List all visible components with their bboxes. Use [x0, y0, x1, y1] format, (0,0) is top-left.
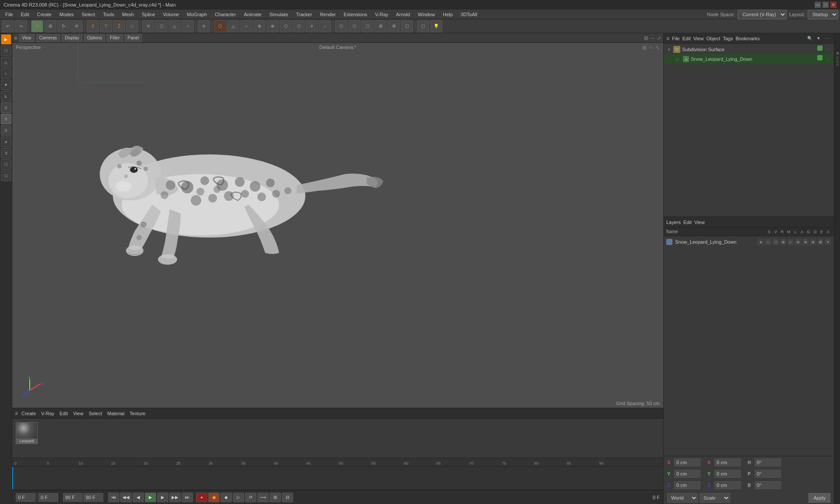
viewport-menu-filter[interactable]: Filter	[107, 34, 122, 42]
menu-mograph[interactable]: MoGraph	[183, 11, 210, 18]
path-btn[interactable]: ▷	[233, 493, 244, 502]
layer-extra1-icon[interactable]: ⊗	[802, 239, 808, 245]
coord-z-pos[interactable]	[674, 481, 700, 489]
preview-end-input[interactable]	[63, 493, 83, 502]
menu-animate[interactable]: Animate	[240, 11, 265, 18]
next-frame-btn[interactable]: ▶	[157, 493, 168, 502]
menu-modes[interactable]: Modes	[56, 11, 77, 18]
geo-tool-4[interactable]: ⊕	[253, 20, 266, 32]
viewport[interactable]: Perspective Default Camera:* Grid Spacin…	[12, 43, 663, 408]
geo-tool-7[interactable]: ⬡	[293, 20, 305, 32]
menu-window[interactable]: Window	[414, 11, 438, 18]
record-btn[interactable]: ●	[196, 493, 207, 502]
grid-tool-2[interactable]: ⬡	[1, 171, 11, 181]
z-axis-btn[interactable]: Z	[113, 20, 125, 32]
tl-menu-material[interactable]: Material	[105, 410, 126, 417]
playhead[interactable]	[12, 467, 13, 490]
coord-p-val[interactable]	[755, 470, 781, 478]
motion-path-btn[interactable]: ⟿	[257, 493, 269, 502]
menu-3dtoall[interactable]: 3DToAll	[457, 11, 481, 18]
tl-menu-texture[interactable]: Texture	[128, 410, 147, 417]
menu-vray[interactable]: V-Ray	[371, 11, 392, 18]
geo-tool-9[interactable]: ⌿	[319, 20, 331, 32]
scale-mode-select[interactable]: Scale	[700, 493, 730, 503]
layer-item-leopard[interactable]: Snow_Leopard_Lying_Down ● □ ⬡ ⊞ ▷ ⊛ ⊗ ⊕ …	[665, 237, 833, 247]
coord-x2-pos[interactable]	[714, 458, 741, 466]
loop-btn[interactable]: ⟳	[245, 493, 256, 502]
layout-select[interactable]: Startup	[808, 10, 838, 19]
coord-h-val[interactable]	[755, 458, 781, 466]
menu-mesh[interactable]: Mesh	[119, 11, 137, 18]
viewport-menu-cameras[interactable]: Cameras	[36, 34, 60, 42]
time-tool[interactable]: ⧖	[1, 148, 11, 158]
viewport-menu-panel[interactable]: Panel	[125, 34, 142, 42]
menu-extensions[interactable]: Extensions	[340, 11, 371, 18]
menu-simulate[interactable]: Simulate	[266, 11, 292, 18]
menu-create[interactable]: Create	[34, 11, 55, 18]
layer-extra4-icon[interactable]: ✕	[825, 239, 831, 245]
render-settings[interactable]: ⬡	[401, 20, 413, 32]
menu-spline[interactable]: Spline	[138, 11, 159, 18]
layers-menu-edit[interactable]: Edit	[683, 220, 692, 225]
vp-icon-1[interactable]: ⊞	[642, 45, 647, 51]
menu-render[interactable]: Render	[316, 11, 339, 18]
viewport-icon-1[interactable]: ⊞	[644, 35, 648, 41]
s-tool-3[interactable]: S	[1, 125, 11, 136]
camera-tool[interactable]: ⬡	[335, 20, 347, 32]
om-settings-icon[interactable]: ⋯	[823, 35, 831, 42]
coord-mode-select[interactable]: World Object	[667, 493, 698, 503]
leopard-vis-green[interactable]	[817, 55, 822, 60]
viewport-icon-2[interactable]: ↔	[650, 35, 655, 41]
go-start-btn[interactable]: ⏮	[108, 493, 119, 502]
current-frame-input[interactable]	[16, 493, 35, 502]
layer-xref-icon[interactable]: ⊛	[795, 239, 801, 245]
coord-z2-pos[interactable]	[714, 481, 741, 489]
menu-character[interactable]: Character	[211, 11, 239, 18]
go-end-btn[interactable]: ⏭	[182, 493, 193, 502]
transform-tool[interactable]: ⟳	[70, 20, 83, 32]
undo-button[interactable]: ↩	[2, 20, 14, 32]
light-bulb[interactable]: 💡	[430, 20, 442, 32]
rotate-tool[interactable]: ↻	[57, 20, 70, 32]
extra-btn-1[interactable]: ⊞	[270, 493, 281, 502]
geo-tool-2[interactable]: △	[227, 20, 239, 32]
subdiv-dots[interactable]: ⋯	[823, 46, 831, 53]
om-menu-object[interactable]: Object	[706, 36, 720, 41]
close-button[interactable]: ✕	[830, 2, 836, 8]
menu-volume[interactable]: Volume	[160, 11, 183, 18]
side-arrow-down[interactable]: SAFE	[835, 56, 840, 66]
move-tool[interactable]: ✛	[31, 20, 43, 32]
layer-gen-icon[interactable]: ⊞	[780, 239, 786, 245]
poly-btn[interactable]: △	[1, 57, 11, 67]
viewport-menu-options[interactable]: Options	[84, 34, 105, 42]
layer-deform-icon[interactable]: ▷	[788, 239, 794, 245]
redo-button[interactable]: ↪	[15, 20, 27, 32]
select-model[interactable]: ⬡	[155, 20, 168, 32]
layer-anim-icon[interactable]: ⬡	[773, 239, 779, 245]
material-swatch-leopard[interactable]: Leopard	[16, 422, 38, 444]
light-tool[interactable]: ⬡	[348, 20, 360, 32]
keyframe-btn[interactable]: ◆	[220, 493, 232, 502]
vp-icon-2[interactable]: ↔	[648, 45, 654, 51]
circle-tool[interactable]: ⌀	[1, 136, 11, 147]
viewport-menu-display[interactable]: Display	[62, 34, 82, 42]
select-texture[interactable]: ○	[182, 20, 194, 32]
tl-menu-vray[interactable]: V-Ray	[39, 410, 56, 417]
minimize-button[interactable]: —	[815, 2, 821, 8]
tl-menu-create[interactable]: Create	[20, 410, 38, 417]
select-edit[interactable]: △	[168, 20, 181, 32]
scale-tool[interactable]: ⊞	[44, 20, 56, 32]
layer-render-icon[interactable]: □	[765, 239, 771, 245]
subdiv-visibility-green[interactable]	[817, 46, 822, 51]
om-menu-edit[interactable]: Edit	[682, 36, 691, 41]
tree-item-subdivision[interactable]: ▾ ⬡ Subdivision Surface ⋯	[665, 45, 833, 54]
maximize-button[interactable]: □	[822, 2, 829, 8]
grid-tool-1[interactable]: ⬡	[1, 159, 11, 170]
side-arrow-up[interactable]: ◀	[836, 51, 839, 55]
tl-menu-select[interactable]: Select	[87, 410, 104, 417]
expand-leopard[interactable]: ▷	[675, 56, 680, 62]
layer-extra3-icon[interactable]: ⊠	[817, 239, 823, 245]
coord-x-pos[interactable]	[674, 458, 700, 466]
render-view[interactable]: ⊞	[374, 20, 387, 32]
apply-button[interactable]: Apply	[808, 493, 830, 503]
